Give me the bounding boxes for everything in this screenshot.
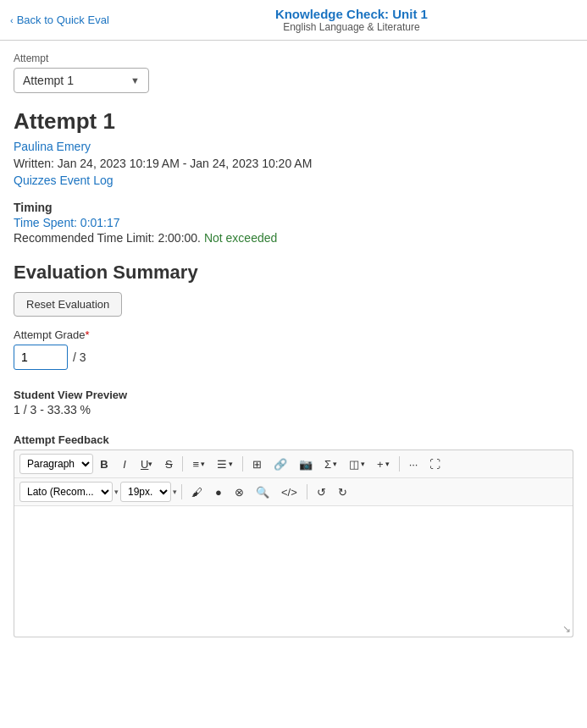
main-content: Attempt Attempt 1 ▼ Attempt 1 Paulina Em…	[0, 41, 587, 649]
align-button[interactable]: ≡	[187, 454, 210, 474]
student-preview-value: 1 / 3 - 33.33 %	[14, 403, 573, 416]
underline-button[interactable]: U ▾	[136, 454, 158, 474]
feedback-label: Attempt Feedback	[14, 433, 573, 446]
event-log-link[interactable]: Quizzes Event Log	[14, 174, 114, 187]
time-spent: Time Spent: 0:01:17	[14, 216, 573, 229]
student-preview-label: Student View Preview	[14, 389, 573, 401]
separator-2	[242, 456, 243, 472]
separator-3	[399, 456, 400, 472]
student-name[interactable]: Paulina Emery	[14, 140, 573, 153]
timing-section: Timing Time Spent: 0:01:17 Recommended T…	[14, 201, 573, 245]
back-label: Back to Quick Eval	[17, 14, 109, 26]
evaluation-heading: Evaluation Summary	[14, 262, 573, 284]
clear-format-button[interactable]: ⊗	[230, 482, 249, 502]
time-limit-text: Recommended Time Limit: 2:00:00.	[14, 231, 201, 245]
grade-input[interactable]	[14, 345, 68, 370]
bold-button[interactable]: B	[95, 454, 114, 474]
page-header: ‹ Back to Quick Eval Knowledge Check: Un…	[0, 0, 587, 41]
timing-label: Timing	[14, 201, 573, 214]
header-title-block: Knowledge Check: Unit 1 English Language…	[126, 7, 577, 33]
italic-button[interactable]: I	[115, 454, 134, 474]
attempt-dropdown[interactable]: Attempt 1 ▼	[14, 68, 149, 93]
not-exceeded-text: Not exceeded	[204, 231, 277, 245]
code-button[interactable]: </>	[276, 482, 302, 502]
separator-1	[182, 456, 183, 472]
more-button[interactable]: ···	[404, 454, 424, 474]
grade-label: Attempt Grade*	[14, 328, 573, 341]
reset-evaluation-button[interactable]: Reset Evaluation	[14, 292, 122, 317]
formula-button[interactable]: Σ	[319, 454, 342, 474]
list-button[interactable]: ☰	[212, 454, 238, 474]
resize-handle[interactable]: ↘	[562, 623, 571, 635]
page-title: Knowledge Check: Unit 1	[126, 7, 577, 21]
separator-4	[181, 484, 182, 499]
plus-button[interactable]: +	[372, 454, 395, 474]
attempt-label: Attempt	[14, 52, 573, 64]
paragraph-select[interactable]: Paragraph	[19, 454, 93, 474]
redo-button[interactable]: ↻	[333, 482, 352, 502]
attempt-dropdown-value: Attempt 1	[23, 74, 74, 87]
grade-row: / 3	[14, 345, 573, 370]
page-subtitle: English Language & Literature	[126, 21, 577, 33]
paint-button[interactable]: 🖌	[186, 482, 208, 502]
strikethrough-button[interactable]: S	[159, 454, 178, 474]
time-limit: Recommended Time Limit: 2:00:00. Not exc…	[14, 231, 573, 245]
written-date: Written: Jan 24, 2023 10:19 AM - Jan 24,…	[14, 157, 573, 170]
expand-button[interactable]: ⛶	[424, 454, 446, 474]
toolbar-row-1: Paragraph B I U ▾ S ≡ ☰ ⊞ 🔗 📷 Σ ◫ + ··· …	[14, 450, 573, 478]
undo-button[interactable]: ↺	[312, 482, 331, 502]
find-button[interactable]: 🔍	[251, 482, 274, 502]
font-select[interactable]: Lato (Recom...	[19, 482, 113, 502]
font-dropdown-icon: ▾	[114, 488, 119, 496]
image-button[interactable]: 📷	[294, 454, 318, 474]
highlight-button[interactable]: ●	[209, 482, 228, 502]
table-insert-button[interactable]: ⊞	[247, 454, 267, 474]
link-button[interactable]: 🔗	[269, 454, 292, 474]
toolbar-row-2: Lato (Recom... ▾ 19px... ▾ 🖌 ● ⊗ 🔍 </> ↺…	[14, 478, 573, 506]
attempt-heading: Attempt 1	[14, 108, 573, 135]
chevron-down-icon: ▼	[130, 75, 140, 85]
grade-total: / 3	[73, 350, 86, 364]
required-marker: *	[86, 328, 90, 341]
chevron-left-icon: ‹	[10, 15, 14, 25]
grid-button[interactable]: ◫	[344, 454, 370, 474]
editor-toolbar: Paragraph B I U ▾ S ≡ ☰ ⊞ 🔗 📷 Σ ◫ + ··· …	[14, 449, 573, 506]
size-dropdown-icon: ▾	[173, 488, 177, 496]
separator-5	[307, 484, 307, 499]
size-select[interactable]: 19px...	[120, 482, 171, 502]
back-link[interactable]: ‹ Back to Quick Eval	[10, 14, 109, 26]
editor-area[interactable]: ↘	[14, 506, 573, 637]
